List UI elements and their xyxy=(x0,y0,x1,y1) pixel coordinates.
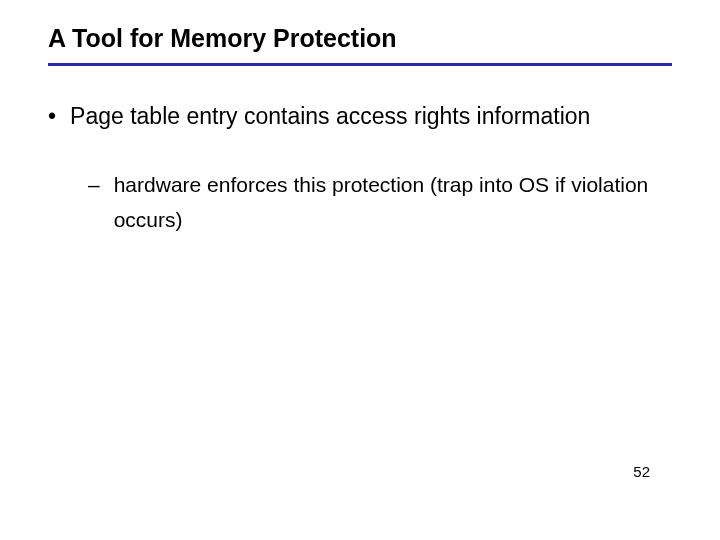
slide-container: A Tool for Memory Protection • Page tabl… xyxy=(0,0,720,238)
bullet-marker: • xyxy=(48,98,56,135)
title-underline xyxy=(48,63,672,66)
page-number: 52 xyxy=(633,463,650,480)
bullet-item-1: • Page table entry contains access right… xyxy=(48,98,672,135)
dash-marker: – xyxy=(88,167,100,238)
bullet-item-2: – hardware enforces this protection (tra… xyxy=(88,167,672,238)
bullet-text: Page table entry contains access rights … xyxy=(70,98,672,135)
slide-title: A Tool for Memory Protection xyxy=(48,24,672,53)
bullet-text: hardware enforces this protection (trap … xyxy=(114,167,672,238)
